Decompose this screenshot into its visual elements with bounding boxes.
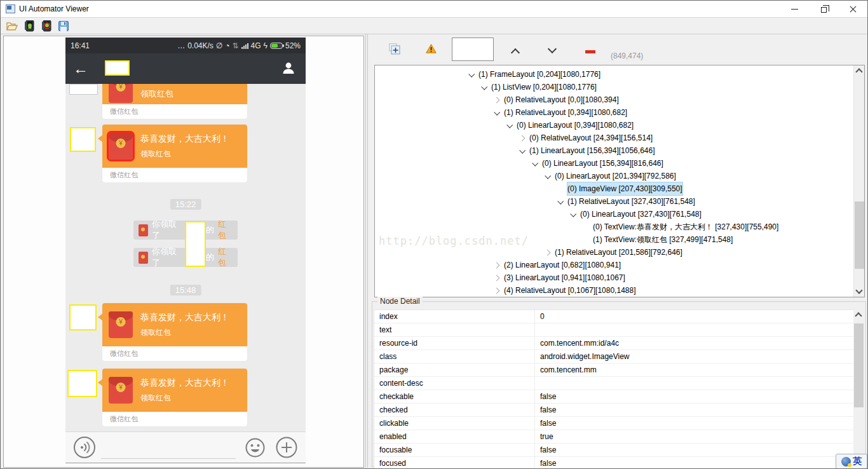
bubble-action: 领取红包 <box>140 149 229 160</box>
red-packet-icon <box>109 377 133 404</box>
pointer-coordinates: (849,474) <box>611 51 643 60</box>
chevron-down-icon[interactable] <box>468 71 475 77</box>
notif-particle: 的 <box>206 224 214 236</box>
chevron-down-icon[interactable] <box>494 109 500 115</box>
detail-row[interactable]: checkedfalse <box>374 404 853 417</box>
tree-node[interactable]: (0) LinearLayout [201,394][792,586] <box>375 170 853 182</box>
minimize-button[interactable] <box>780 1 809 17</box>
tree-node[interactable]: (0) LinearLayout [156,394][816,646] <box>375 157 853 170</box>
detail-row[interactable]: index0 <box>374 310 853 323</box>
detail-row[interactable]: packagecom.tencent.mm <box>374 364 853 377</box>
detail-value: false <box>535 457 853 469</box>
red-packet-mini-icon <box>139 224 148 236</box>
tree-node[interactable]: (0) TextView:恭喜发财，大吉大利！ [327,430][755,49… <box>375 221 853 233</box>
tree-node-label: (0) LinearLayout [0,394][1080,682] <box>517 119 634 132</box>
avatar-covered <box>67 370 97 397</box>
detail-value: true <box>535 430 853 443</box>
expand-all-icon[interactable] <box>389 43 400 55</box>
open-file-icon[interactable] <box>6 20 18 32</box>
tree-node-label: (0) TextView:恭喜发财，大吉大利！ [327,430][755,49… <box>593 221 778 233</box>
save-icon[interactable] <box>57 20 70 32</box>
detail-row[interactable]: enabledtrue <box>374 430 853 444</box>
remove-icon[interactable] <box>585 50 595 53</box>
detail-row[interactable]: classandroid.widget.ImageView <box>374 350 853 364</box>
chevron-right-icon[interactable] <box>494 97 500 103</box>
ime-language-bar[interactable]: 英 <box>836 454 867 469</box>
emoji-icon <box>245 438 265 458</box>
detail-row[interactable]: focusablefalse <box>374 444 853 457</box>
chevron-right-icon[interactable] <box>519 135 526 141</box>
chevron-down-icon[interactable] <box>519 147 526 153</box>
bubble-action: 领取红包 <box>140 327 229 338</box>
close-button[interactable] <box>838 1 867 17</box>
scroll-up-icon[interactable] <box>855 312 862 319</box>
tree-node[interactable]: (1) RelativeLayout [0,394][1080,682] <box>375 106 853 119</box>
scroll-down-icon[interactable] <box>855 287 862 294</box>
device-screenshot-compressed-icon[interactable] <box>40 20 53 32</box>
tree-node[interactable]: (1) RelativeLayout [201,586][792,646] <box>375 246 853 259</box>
scroll-thumb[interactable] <box>854 323 864 407</box>
detail-scrollbar[interactable] <box>853 309 864 466</box>
tree-node-label: (1) ListView [0,204][1080,1776] <box>491 81 597 93</box>
detail-row[interactable]: text <box>374 323 853 337</box>
tree-node[interactable]: (0) LinearLayout [0,394][1080,682] <box>375 119 853 132</box>
detail-row[interactable]: checkablefalse <box>374 390 853 404</box>
tree-scrollbar[interactable] <box>853 65 864 297</box>
chevron-right-icon[interactable] <box>545 249 551 255</box>
chevron-right-icon[interactable] <box>494 262 500 268</box>
scroll-up-icon[interactable] <box>855 68 862 75</box>
bubble-title: 恭喜发财，大吉大利！ <box>140 377 229 389</box>
tree-node[interactable]: (1) LinearLayout [156,394][1056,646] <box>375 144 853 157</box>
restore-icon <box>821 7 827 13</box>
device-screenshot-icon[interactable] <box>23 20 36 32</box>
find-next-icon[interactable] <box>548 46 556 53</box>
tree-node-label: (4) RelativeLayout [0,1067][1080,1488] <box>504 284 635 297</box>
chevron-down-icon[interactable] <box>545 172 551 179</box>
tree-node[interactable]: (3) LinearLayout [0,941][1080,1067] <box>375 271 853 284</box>
warning-icon[interactable] <box>426 44 437 53</box>
tree-search-input[interactable] <box>452 37 494 61</box>
tree-node-label: (0) RelativeLayout [0,0][1080,394] <box>504 93 619 106</box>
leaf-spacer <box>583 238 588 242</box>
detail-key: resource-id <box>374 337 535 350</box>
detail-row[interactable]: clickablefalse <box>374 417 853 430</box>
tree-node-label: (2) LinearLayout [0,682][1080,941] <box>504 259 621 271</box>
node-detail-title: Node Detail <box>377 297 423 306</box>
tree-node[interactable]: (1) FrameLayout [0,204][1080,1776] <box>375 68 853 81</box>
tree-node-label: (0) ImageView [207,430][309,550] <box>567 182 682 195</box>
chevron-down-icon[interactable] <box>570 210 576 217</box>
red-packet-icon <box>109 311 133 338</box>
tree-node[interactable]: (0) RelativeLayout [24,394][156,514] <box>375 132 853 144</box>
chevron-right-icon[interactable] <box>494 287 500 294</box>
scroll-thumb[interactable] <box>855 201 864 269</box>
tree-node[interactable]: (1) ListView [0,204][1080,1776] <box>375 81 853 93</box>
find-previous-icon[interactable] <box>512 47 519 55</box>
detail-value: 0 <box>535 310 853 323</box>
detail-row[interactable]: focusedfalse <box>374 457 853 469</box>
detail-row[interactable]: content-desc <box>374 377 853 390</box>
window-title: UI Automator Viewer <box>19 4 89 13</box>
phone-time: 16:41 <box>71 41 90 50</box>
tree-node[interactable]: (1) TextView:领取红包 [327,499][471,548] <box>375 233 853 246</box>
restore-button[interactable] <box>809 1 838 17</box>
tree-node[interactable]: (4) RelativeLayout [0,1067][1080,1488] <box>375 284 853 297</box>
chevron-right-icon[interactable] <box>494 275 500 281</box>
tree-node[interactable]: (0) LinearLayout [327,430][761,548] <box>375 208 853 221</box>
chevron-down-icon[interactable] <box>481 83 487 90</box>
chevron-down-icon[interactable] <box>506 121 513 128</box>
tree-node[interactable]: (1) RelativeLayout [327,430][761,548] <box>375 195 853 208</box>
back-icon: ← <box>73 61 88 76</box>
tree-node[interactable]: (2) LinearLayout [0,682][1080,941] <box>375 259 853 271</box>
tree-node[interactable]: (0) ImageView [207,430][309,550] <box>375 182 853 195</box>
more-icon <box>276 437 297 458</box>
detail-row[interactable]: resource-idcom.tencent.mm:id/a4c <box>374 337 853 350</box>
bubble-tail <box>98 135 103 142</box>
minimize-icon <box>791 9 798 10</box>
chevron-down-icon[interactable] <box>532 160 538 166</box>
app-window: UI Automator Viewer 16:41 <box>0 0 868 469</box>
tree-node[interactable]: (0) RelativeLayout [0,0][1080,394] <box>375 93 853 106</box>
covered-username <box>185 221 206 267</box>
chevron-down-icon[interactable] <box>557 198 564 204</box>
signal-icon <box>241 43 248 49</box>
device-screenshot[interactable]: 16:41 … 0.04K/s ∅ ◔ ⇅ 4G ϟ 52% <box>65 37 306 463</box>
